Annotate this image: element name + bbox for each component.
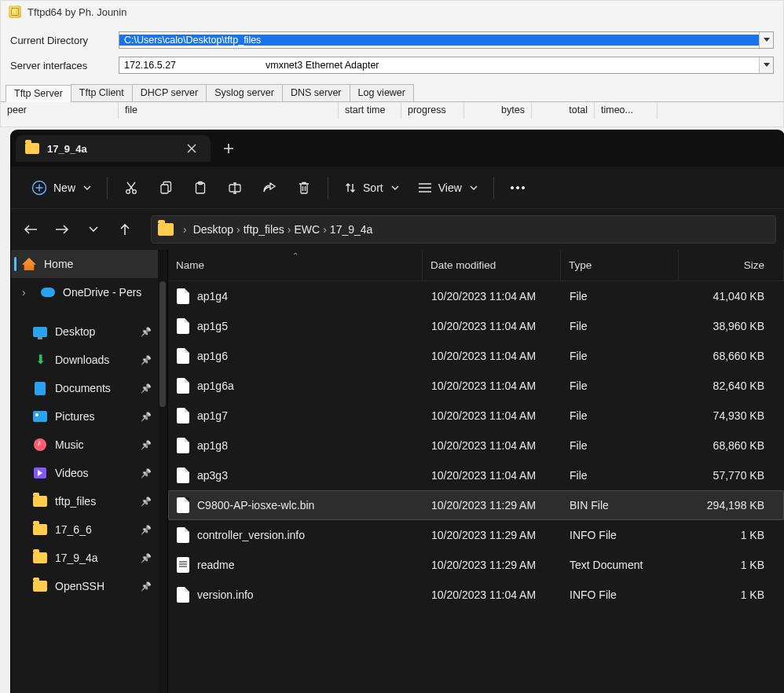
breadcrumb-segment[interactable]: tftp_files (244, 223, 284, 236)
column-header-date[interactable]: Date modified (423, 250, 561, 280)
server-interfaces-value[interactable]: 172.16.5.27 vmxnet3 Ethernet Adapter (119, 60, 759, 71)
column-header-label: Size (744, 259, 764, 271)
sidebar-item[interactable]: OpenSSH📌 (11, 572, 167, 600)
column-header-name[interactable]: Name ⌃ (168, 250, 423, 280)
sidebar-item-onedrive[interactable]: › OneDrive - Pers (11, 278, 167, 306)
sidebar-item[interactable]: 17_6_6📌 (11, 515, 167, 544)
tftpd-tab[interactable]: DHCP server (132, 84, 207, 101)
delete-button[interactable] (288, 174, 320, 202)
tftpd-column-header[interactable]: timeo... (595, 102, 658, 119)
chevron-right-icon[interactable]: › (320, 223, 330, 236)
sidebar-item[interactable]: tftp_files📌 (11, 487, 167, 515)
pin-icon[interactable]: 📌 (141, 412, 152, 422)
current-directory-value[interactable]: C:\Users\calo\Desktop\tftp_files (119, 35, 759, 46)
tftpd-tab[interactable]: Log viewer (350, 84, 414, 101)
explorer-tab[interactable]: 17_9_4a (16, 135, 211, 162)
file-row[interactable]: ap1g410/20/2023 11:04 AMFile41,040 KB (168, 281, 784, 311)
view-button[interactable]: View (410, 174, 485, 202)
file-row[interactable]: ap1g6a10/20/2023 11:04 AMFile82,640 KB (168, 371, 784, 401)
chevron-down-icon (764, 38, 770, 42)
sidebar-item-label: Documents (55, 382, 111, 394)
file-size: 1 KB (680, 588, 783, 601)
current-directory-dropdown-button[interactable] (759, 32, 773, 48)
file-row[interactable]: ap3g310/20/2023 11:04 AMFile57,770 KB (168, 460, 784, 490)
chevron-right-icon[interactable]: › (180, 223, 190, 236)
sidebar-item-label: tftp_files (55, 495, 96, 508)
new-tab-button[interactable] (215, 135, 242, 162)
tftpd-tabstrip: Tftp ServerTftp ClientDHCP serverSyslog … (1, 82, 783, 101)
pin-icon[interactable]: 📌 (141, 525, 152, 535)
tab-close-button[interactable] (181, 138, 203, 160)
sidebar-scrollbar[interactable] (158, 250, 167, 693)
sidebar-item[interactable]: Desktop📌 (11, 317, 167, 346)
tftpd-column-header[interactable]: bytes (464, 102, 532, 119)
file-row[interactable]: readme10/20/2023 11:29 AMText Document1 … (168, 550, 784, 580)
nav-forward-button[interactable] (50, 218, 74, 241)
tftpd-column-header[interactable]: start time (339, 102, 401, 119)
column-header-type[interactable]: Type (561, 250, 679, 280)
scrollbar-thumb[interactable] (159, 281, 166, 407)
breadcrumb-segment[interactable]: 17_9_4a (330, 223, 373, 236)
rename-button[interactable] (219, 174, 251, 202)
file-type: File (562, 350, 680, 362)
nav-back-button[interactable] (19, 218, 42, 241)
sidebar-item-home[interactable]: Home (11, 250, 167, 278)
breadcrumb-segment[interactable]: Desktop (193, 223, 233, 236)
sidebar-item[interactable]: Pictures📌 (11, 402, 167, 431)
tftpd-tab[interactable]: Tftp Client (71, 84, 133, 101)
pin-icon[interactable]: 📌 (141, 553, 152, 563)
sidebar-item[interactable]: 17_9_4a📌 (11, 544, 167, 572)
pin-icon[interactable]: 📌 (141, 497, 152, 507)
tftpd-column-header[interactable]: total (532, 102, 595, 119)
new-button[interactable]: New (24, 174, 99, 202)
more-button[interactable] (502, 174, 533, 202)
tftpd-column-header[interactable]: file (119, 102, 339, 119)
chevron-right-icon[interactable]: › (233, 223, 244, 236)
tftpd-grid-header: peerfilestart timeprogressbytestotaltime… (1, 101, 783, 119)
tftpd-tab[interactable]: DNS server (282, 84, 350, 101)
server-interfaces-dropdown-button[interactable] (759, 57, 773, 73)
sort-button[interactable]: Sort (336, 174, 407, 202)
file-row[interactable]: C9800-AP-iosxe-wlc.bin10/20/2023 11:29 A… (168, 490, 784, 520)
file-row[interactable]: ap1g710/20/2023 11:04 AMFile74,930 KB (168, 401, 784, 431)
tftpd-titlebar[interactable]: Tftpd64 by Ph. Jounin (1, 1, 783, 23)
file-row[interactable]: controller_version.info10/20/2023 11:29 … (168, 520, 784, 550)
pin-icon[interactable]: 📌 (141, 581, 152, 592)
file-row[interactable]: ap1g510/20/2023 11:04 AMFile38,960 KB (168, 311, 784, 341)
tftpd-column-header[interactable]: progress (401, 102, 464, 119)
cut-button[interactable] (115, 174, 147, 202)
nav-up-button[interactable] (113, 218, 137, 241)
folder-icon (25, 143, 39, 154)
tftpd-tab[interactable]: Tftp Server (5, 85, 71, 102)
copy-button[interactable] (150, 174, 181, 202)
breadcrumb[interactable]: › Desktop›tftp_files›EWC›17_9_4a (151, 215, 776, 244)
nav-recent-button[interactable] (82, 218, 105, 241)
breadcrumb-segment[interactable]: EWC (295, 223, 321, 236)
column-header-size[interactable]: Size (679, 250, 784, 280)
paste-button[interactable] (185, 174, 216, 202)
sidebar-item[interactable]: ⬇Downloads📌 (11, 346, 167, 374)
file-row[interactable]: ap1g810/20/2023 11:04 AMFile68,860 KB (168, 431, 784, 460)
current-directory-combobox[interactable]: C:\Users\calo\Desktop\tftp_files (119, 31, 774, 49)
file-icon (177, 378, 189, 394)
chevron-right-icon[interactable]: › (284, 223, 295, 236)
server-interfaces-combobox[interactable]: 172.16.5.27 vmxnet3 Ethernet Adapter (119, 57, 774, 74)
sidebar-item[interactable]: Videos📌 (11, 459, 167, 487)
file-date: 10/20/2023 11:04 AM (423, 320, 562, 332)
sidebar-item[interactable]: Documents📌 (11, 374, 167, 402)
file-row[interactable]: ap1g610/20/2023 11:04 AMFile68,660 KB (168, 341, 784, 371)
file-row[interactable]: version.info10/20/2023 11:04 AMINFO File… (168, 580, 784, 610)
chevron-down-icon (470, 185, 478, 190)
pin-icon[interactable]: 📌 (141, 327, 152, 337)
sidebar-item[interactable]: Music📌 (11, 431, 167, 459)
svg-point-9 (522, 186, 524, 189)
pin-icon[interactable]: 📌 (141, 355, 152, 365)
pin-icon[interactable]: 📌 (141, 383, 152, 394)
tftpd-column-header[interactable]: peer (1, 102, 119, 119)
share-button[interactable] (254, 174, 285, 202)
pin-icon[interactable]: 📌 (141, 440, 152, 450)
pin-icon[interactable]: 📌 (141, 468, 152, 478)
new-button-label: New (53, 182, 75, 194)
chevron-right-icon[interactable]: › (22, 286, 33, 299)
tftpd-tab[interactable]: Syslog server (206, 84, 283, 101)
